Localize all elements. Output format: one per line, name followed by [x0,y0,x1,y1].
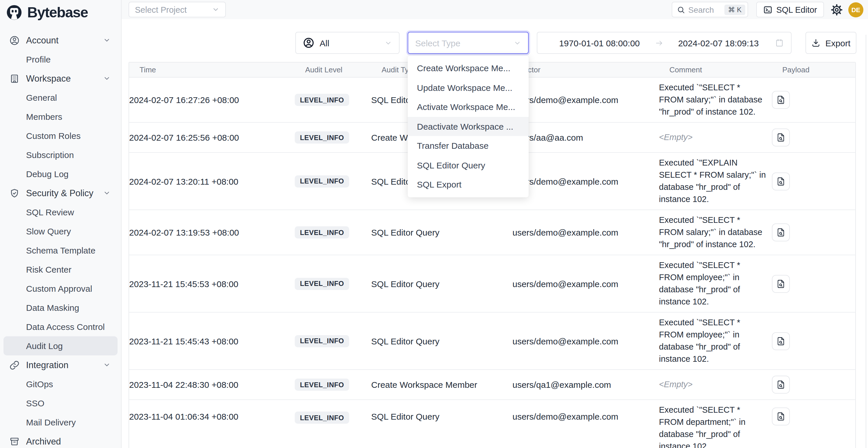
user-circle-icon [303,37,314,49]
cell-time: 2024-02-07 16:25:56 +08:00 [129,133,295,142]
payload-view-button[interactable] [772,332,790,350]
sidebar-item-profile[interactable]: Profile [3,50,118,69]
cell-audit-level: LEVEL_INFO [295,379,371,391]
audit-level-badge: LEVEL_INFO [295,175,349,187]
sidebar-item-data-masking[interactable]: Data Masking [3,298,118,317]
sidebar-item-mail-delivery[interactable]: Mail Delivery [3,413,118,432]
sidebar-item-sql-review[interactable]: SQL Review [3,202,118,222]
cell-payload [772,223,855,242]
sidebar-item-label: Audit Log [26,341,63,351]
cell-actor: users/demo@example.com [513,279,659,289]
sidebar-item-security-policy[interactable]: Security & Policy [3,184,118,202]
chevron-down-icon [103,189,111,197]
date-to-value[interactable]: 2024-02-07 18:09:13 [663,38,774,48]
chevron-down-icon [103,75,111,82]
topbar-right: Search ⌘ K SQL Editor DE [672,2,863,18]
payload-view-button[interactable] [772,91,790,109]
sidebar-item-data-access-control[interactable]: Data Access Control [3,317,118,336]
sql-editor-label: SQL Editor [776,5,817,14]
cell-audit-level: LEVEL_INFO [295,335,371,347]
sidebar-item-sso[interactable]: SSO [3,393,118,413]
sql-editor-button[interactable]: SQL Editor [756,2,824,18]
file-search-icon [776,412,786,421]
arrow-right-icon [655,38,663,47]
project-select[interactable]: Select Project [129,2,226,18]
search-input[interactable]: Search ⌘ K [672,2,748,18]
cell-payload [772,275,855,293]
menu-item-create-workspace-me[interactable]: Create Workspace Me... [408,59,529,78]
audit-level-badge: LEVEL_INFO [295,226,349,238]
sidebar-item-label: Members [26,112,62,122]
sidebar-item-members[interactable]: Members [3,107,118,126]
bytebase-mascot-icon [6,4,23,21]
audit-level-badge: LEVEL_INFO [295,278,349,290]
cell-payload [772,128,855,147]
settings-gear-icon[interactable] [830,3,843,16]
sidebar-item-schema-template[interactable]: Schema Template [3,241,118,260]
table-row: 2023-11-04 22:48:30 +08:00LEVEL_INFOCrea… [129,370,855,400]
actor-filter-select[interactable]: All [295,32,400,54]
sidebar-item-audit-log[interactable]: Audit Log [3,336,118,355]
menu-item-update-workspace-me[interactable]: Update Workspace Me... [408,78,529,97]
sidebar-item-account[interactable]: Account [3,31,118,50]
sidebar-item-gitops[interactable]: GitOps [3,375,118,393]
cell-payload [772,404,855,425]
avatar[interactable]: DE [848,2,863,17]
search-shortcut-badge: ⌘ K [725,4,745,15]
payload-view-button[interactable] [772,223,790,242]
project-select-placeholder: Select Project [135,5,187,14]
sidebar-item-label: Schema Template [26,246,96,255]
actor-filter-value: All [320,38,329,48]
cell-time: 2023-11-04 01:06:34 +08:00 [129,404,295,421]
sidebar-item-custom-approval[interactable]: Custom Approval [3,279,118,298]
menu-item-activate-workspace-me[interactable]: Activate Workspace Me... [408,97,529,117]
bytebase-logo[interactable]: Bytebase [0,0,121,21]
cell-time: 2024-02-07 16:27:26 +08:00 [129,95,295,105]
sidebar-item-custom-roles[interactable]: Custom Roles [3,126,118,145]
export-button[interactable]: Export [805,32,857,54]
table-row: 2024-02-07 13:19:53 +08:00LEVEL_INFOSQL … [129,210,855,255]
export-label: Export [826,38,850,48]
sidebar-item-integration[interactable]: Integration [3,355,118,375]
sidebar-item-label: SSO [26,398,44,408]
sidebar-item-workspace[interactable]: Workspace [3,69,118,88]
menu-item-deactivate-workspace[interactable]: Deactivate Workspace ... [408,117,529,136]
audit-level-badge: LEVEL_INFO [295,94,349,106]
menu-item-sql-editor-query[interactable]: SQL Editor Query [408,155,529,175]
cell-audit-level: LEVEL_INFO [295,226,371,238]
sidebar-item-debug-log[interactable]: Debug Log [3,164,118,184]
type-filter-select[interactable]: Select Type [408,32,529,54]
menu-item-transfer-database[interactable]: Transfer Database [408,136,529,155]
payload-view-button[interactable] [772,128,790,147]
payload-view-button[interactable] [772,275,790,293]
sidebar-item-label: Integration [26,360,69,370]
link-icon [9,360,20,370]
column-header-actor: Actor [523,65,670,74]
sidebar-item-archived[interactable]: Archived [3,432,118,448]
sidebar-item-subscription[interactable]: Subscription [3,145,118,164]
column-header-audit-level: Audit Level [305,65,381,74]
sidebar-item-general[interactable]: General [3,88,118,107]
search-placeholder: Search [688,5,721,14]
sidebar-item-slow-query[interactable]: Slow Query [3,222,118,241]
file-search-icon [776,380,786,389]
file-search-icon [776,133,786,142]
date-from-value[interactable]: 1970-01-01 08:00:00 [544,38,655,48]
cell-audit-type: SQL Editor Query [371,336,513,346]
menu-item-sql-export[interactable]: SQL Export [408,175,529,194]
payload-view-button[interactable] [772,172,790,190]
cell-audit-level: LEVEL_INFO [295,131,371,143]
search-icon [677,5,685,13]
type-filter-placeholder: Select Type [415,38,460,48]
payload-view-button[interactable] [772,408,790,425]
sidebar-item-label: SQL Review [26,207,74,217]
sidebar-item-label: Subscription [26,150,74,160]
date-range-picker[interactable]: 1970-01-01 08:00:00 2024-02-07 18:09:13 [537,32,792,54]
sidebar-item-risk-center[interactable]: Risk Center [3,260,118,279]
cell-audit-type: SQL Editor Query [371,227,513,237]
payload-view-button[interactable] [772,376,790,393]
sidebar-item-label: Archived [26,436,61,447]
file-search-icon [776,176,786,186]
sidebar-item-label: Profile [26,55,51,64]
audit-level-badge: LEVEL_INFO [295,335,349,347]
